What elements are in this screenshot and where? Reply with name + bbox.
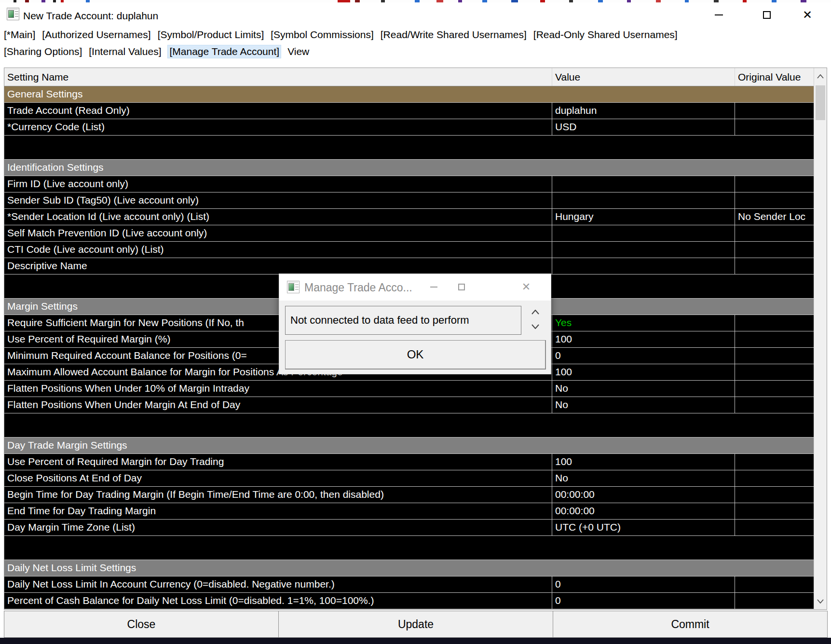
setting-name-cell[interactable]: *Sender Location Id (Live account only) … bbox=[4, 209, 552, 225]
value-cell[interactable]: 100 bbox=[552, 454, 735, 470]
spin-up-button[interactable] bbox=[530, 307, 541, 317]
original-value-cell[interactable] bbox=[735, 487, 814, 503]
original-value-cell[interactable] bbox=[735, 364, 814, 380]
value-cell[interactable]: 100 bbox=[552, 364, 735, 380]
original-value-cell[interactable] bbox=[735, 192, 814, 208]
dialog-close-button[interactable]: ✕ bbox=[517, 280, 536, 294]
table-row[interactable]: Use Percent of Required Margin for Day T… bbox=[4, 454, 814, 470]
spin-down-button[interactable] bbox=[530, 321, 541, 332]
value-cell[interactable]: No bbox=[552, 397, 735, 413]
table-row[interactable]: Firm ID (Live account only) bbox=[4, 176, 814, 192]
value-cell[interactable] bbox=[552, 258, 735, 274]
setting-name-cell[interactable]: Begin Time for Day Trading Margin (If Be… bbox=[4, 487, 552, 503]
value-cell[interactable]: 00:00:00 bbox=[552, 503, 735, 519]
value-cell[interactable]: 0 bbox=[552, 593, 735, 609]
original-value-cell[interactable] bbox=[735, 503, 814, 519]
original-value-cell[interactable] bbox=[735, 103, 814, 119]
scrollbar-thumb[interactable] bbox=[816, 85, 825, 120]
setting-name-cell[interactable]: CTI Code (Live account only) (List) bbox=[4, 242, 552, 258]
original-value-cell[interactable] bbox=[735, 258, 814, 274]
value-cell[interactable]: 0 bbox=[552, 576, 735, 592]
value-cell[interactable] bbox=[552, 176, 735, 192]
value-cell[interactable]: No bbox=[552, 381, 735, 397]
original-value-cell[interactable] bbox=[735, 119, 814, 135]
setting-name-cell[interactable]: Close Positions At End of Day bbox=[4, 470, 552, 486]
table-row[interactable]: *Currency Code (List)USD bbox=[4, 119, 814, 136]
setting-name-cell[interactable]: Firm ID (Live account only) bbox=[4, 176, 552, 192]
original-value-cell[interactable] bbox=[735, 381, 814, 397]
ok-button[interactable]: OK bbox=[285, 340, 546, 370]
table-row[interactable]: Flatten Positions When Under Margin At E… bbox=[4, 397, 814, 413]
table-row[interactable]: Begin Time for Day Trading Margin (If Be… bbox=[4, 487, 814, 503]
setting-name-cell[interactable]: Daily Net Loss Limit In Account Currency… bbox=[4, 576, 552, 592]
original-value-cell[interactable] bbox=[735, 331, 814, 347]
original-value-cell[interactable] bbox=[735, 520, 814, 535]
value-cell[interactable]: UTC (+0 UTC) bbox=[552, 520, 735, 535]
setting-name-cell[interactable]: Use Percent of Required Margin for Day T… bbox=[4, 454, 552, 470]
table-row[interactable]: *Sender Location Id (Live account only) … bbox=[4, 209, 814, 225]
setting-name-cell[interactable]: Descriptive Name bbox=[4, 258, 552, 274]
original-value-cell[interactable] bbox=[735, 348, 814, 364]
dialog-minimize-button[interactable] bbox=[424, 280, 443, 294]
setting-name-cell[interactable]: Sender Sub ID (Tag50) (Live account only… bbox=[4, 192, 552, 208]
original-value-cell[interactable] bbox=[735, 593, 814, 609]
original-value-cell[interactable] bbox=[735, 454, 814, 470]
menu-item[interactable]: [Read-Only Shared Usernames] bbox=[533, 29, 678, 41]
table-row[interactable]: Trade Account (Read Only)duplahun bbox=[4, 103, 814, 119]
setting-name-cell[interactable]: Percent of Cash Balance for Daily Net Lo… bbox=[4, 593, 552, 609]
value-cell[interactable]: No bbox=[552, 470, 735, 486]
original-value-cell[interactable] bbox=[735, 470, 814, 486]
table-row[interactable]: Descriptive Name bbox=[4, 258, 814, 274]
menu-item[interactable]: [Symbol Commissions] bbox=[271, 29, 374, 41]
menu-item[interactable]: [*Main] bbox=[4, 29, 35, 41]
original-value-cell[interactable] bbox=[735, 176, 814, 192]
original-value-cell[interactable]: No Sender Loc bbox=[735, 209, 814, 225]
menu-item[interactable]: View bbox=[287, 46, 309, 57]
original-value-cell[interactable] bbox=[735, 576, 814, 592]
original-value-cell[interactable] bbox=[735, 397, 814, 413]
setting-name-cell[interactable]: Flatten Positions When Under 10% of Marg… bbox=[4, 381, 552, 397]
original-value-cell[interactable] bbox=[735, 242, 814, 258]
scrollbar-down-button[interactable] bbox=[814, 593, 827, 609]
table-row[interactable]: End Time for Day Trading Margin00:00:00 bbox=[4, 503, 814, 520]
dialog-maximize-button[interactable] bbox=[452, 280, 471, 294]
table-row[interactable]: Day Margin Time Zone (List)UTC (+0 UTC) bbox=[4, 520, 814, 536]
table-row[interactable]: Sender Sub ID (Tag50) (Live account only… bbox=[4, 192, 814, 209]
value-cell[interactable]: duplahun bbox=[552, 103, 735, 119]
table-row[interactable]: Close Positions At End of DayNo bbox=[4, 470, 814, 487]
menu-item[interactable]: [Symbol/Product Limits] bbox=[158, 29, 264, 41]
value-cell[interactable] bbox=[552, 225, 735, 241]
setting-name-cell[interactable]: Flatten Positions When Under Margin At E… bbox=[4, 397, 552, 413]
value-cell[interactable] bbox=[552, 192, 735, 208]
value-cell[interactable]: Yes bbox=[552, 315, 735, 331]
table-row[interactable]: CTI Code (Live account only) (List) bbox=[4, 242, 814, 258]
setting-name-cell[interactable]: Self Match Prevention ID (Live account o… bbox=[4, 225, 552, 241]
table-row[interactable]: Percent of Cash Balance for Daily Net Lo… bbox=[4, 593, 814, 609]
value-cell[interactable]: 00:00:00 bbox=[552, 487, 735, 503]
menu-item[interactable]: [Read/Write Shared Usernames] bbox=[381, 29, 527, 41]
menu-item[interactable]: [Manage Trade Account] bbox=[168, 45, 281, 58]
vertical-scrollbar[interactable] bbox=[814, 68, 827, 609]
menu-item[interactable]: [Authorized Usernames] bbox=[42, 29, 150, 41]
scrollbar-up-button[interactable] bbox=[814, 68, 827, 84]
commit-button[interactable]: Commit bbox=[553, 611, 828, 638]
close-button[interactable]: Close bbox=[4, 611, 279, 638]
value-cell[interactable]: 0 bbox=[552, 348, 735, 364]
table-row[interactable]: Flatten Positions When Under 10% of Marg… bbox=[4, 381, 814, 397]
value-cell[interactable]: 100 bbox=[552, 331, 735, 347]
close-button[interactable]: ✕ bbox=[797, 7, 818, 23]
setting-name-cell[interactable]: *Currency Code (List) bbox=[4, 119, 552, 135]
menu-item[interactable]: [Sharing Options] bbox=[4, 46, 82, 57]
update-button[interactable]: Update bbox=[278, 611, 553, 638]
setting-name-cell[interactable]: End Time for Day Trading Margin bbox=[4, 503, 552, 519]
value-cell[interactable]: Hungary bbox=[552, 209, 735, 225]
value-cell[interactable] bbox=[552, 242, 735, 258]
maximize-button[interactable] bbox=[756, 7, 777, 23]
minimize-button[interactable] bbox=[708, 7, 729, 23]
value-cell[interactable]: USD bbox=[552, 119, 735, 135]
table-row[interactable]: Daily Net Loss Limit In Account Currency… bbox=[4, 576, 814, 593]
setting-name-cell[interactable]: Day Margin Time Zone (List) bbox=[4, 520, 552, 535]
setting-name-cell[interactable]: Trade Account (Read Only) bbox=[4, 103, 552, 119]
table-row[interactable]: Self Match Prevention ID (Live account o… bbox=[4, 225, 814, 242]
menu-item[interactable]: [Internal Values] bbox=[89, 46, 161, 57]
